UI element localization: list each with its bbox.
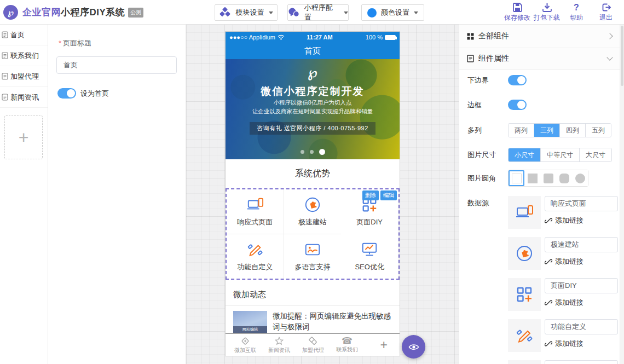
tab-weijia[interactable]: 微加互联 <box>229 336 262 354</box>
save-icon <box>512 2 523 13</box>
page-settings-panel: *页面标题 设为首页 <box>48 25 186 364</box>
sidebar-item-agency[interactable]: 加盟代理 <box>0 66 48 87</box>
prop-label: 多列 <box>467 125 508 135</box>
tab-agency[interactable]: 加盟代理 <box>297 336 330 354</box>
radius-option-0[interactable] <box>524 170 540 186</box>
border-row: 边框 <box>467 100 617 110</box>
module-settings-dropdown[interactable]: 模块设置 <box>215 4 278 21</box>
dropdown-label: 模块设置 <box>236 8 264 18</box>
color-settings-dropdown[interactable]: 颜色设置 <box>361 4 424 21</box>
preview-button[interactable] <box>402 335 425 359</box>
radius-option-none-selected[interactable] <box>509 170 524 186</box>
set-homepage-row: 设为首页 <box>57 88 109 99</box>
custom-func-icon <box>246 241 264 258</box>
add-link-label: 添加链接 <box>555 257 583 267</box>
add-link-button[interactable]: 添加链接 <box>545 216 618 226</box>
feature-label: 响应式页面 <box>237 217 273 227</box>
radius-option-small[interactable] <box>540 170 556 186</box>
radius-option-circle[interactable] <box>572 170 588 186</box>
prop-label: 边框 <box>467 100 508 110</box>
sidebar-item-contact[interactable]: 联系我们 <box>0 45 48 66</box>
add-link-button[interactable]: 添加链接 <box>545 257 618 267</box>
datasource-list: 添加链接 添加链接 <box>508 196 618 364</box>
scrollbar-track[interactable] <box>620 25 624 364</box>
datasource-fields <box>545 360 618 364</box>
banner-subtitle-1: 小程序以微信8亿用户为切入点 <box>226 99 400 107</box>
bottom-border-toggle[interactable] <box>508 75 527 85</box>
add-link-button[interactable]: 添加链接 <box>545 339 618 349</box>
add-link-button[interactable]: 添加链接 <box>545 298 618 308</box>
feature-cell[interactable]: 功能自定义 <box>227 234 284 279</box>
datasource-item: 添加链接 <box>508 196 618 229</box>
app-logo-icon: ℘ <box>3 5 18 20</box>
page-diy-icon <box>515 285 534 304</box>
brand: ℘ 企业官网小程序DIY系统 公测 <box>3 5 143 20</box>
tab-contact[interactable]: ☎ 联系我们 <box>331 336 363 354</box>
add-page-button[interactable]: + <box>4 115 43 159</box>
feature-cell[interactable]: SEO优化 <box>341 234 398 279</box>
feature-cell[interactable]: 极速建站 <box>284 189 342 234</box>
datasource-title-input[interactable] <box>545 237 618 252</box>
columns-option-3-selected[interactable]: 三列 <box>534 124 560 137</box>
link-icon <box>545 258 552 265</box>
dropdown-label: 颜色设置 <box>381 8 409 18</box>
radius-rounded-shape <box>544 174 553 183</box>
news-list-item[interactable]: 网站编辑 微加提醒：网页编辑应避免出现敏感词与极限词 <box>226 306 400 334</box>
feature-cell[interactable]: 响应式页面 <box>227 189 284 234</box>
tab-label: 微加互联 <box>234 346 256 354</box>
image-size-medium[interactable]: 中等尺寸 <box>541 148 580 161</box>
chevron-right-icon <box>606 33 613 39</box>
page-icon <box>2 73 8 80</box>
download-button[interactable]: 打包下载 <box>532 2 562 22</box>
columns-option-2[interactable]: 两列 <box>509 124 534 137</box>
tab-news[interactable]: 新闻资讯 <box>263 336 296 354</box>
component-properties-header[interactable]: 组件属性 <box>459 48 624 70</box>
image-size-large[interactable]: 大尺寸 <box>580 148 611 161</box>
feature-label: SEO优化 <box>355 262 384 272</box>
columns-option-5[interactable]: 五列 <box>586 124 611 137</box>
carousel-dot[interactable] <box>310 150 314 154</box>
radius-option-large[interactable] <box>556 170 572 186</box>
scrollbar-thumb[interactable] <box>621 26 623 86</box>
color-dot-icon <box>367 8 377 18</box>
datasource-title-input[interactable] <box>545 319 618 334</box>
datasource-fields: 添加链接 <box>545 278 618 311</box>
datasource-item: 添加链接 <box>508 278 618 311</box>
datasource-item: 添加链接 <box>508 319 618 352</box>
image-size-button-group: 小尺寸 中等尺寸 大尺寸 <box>508 148 612 162</box>
page-icon <box>2 31 8 38</box>
edit-component-button[interactable]: 编辑 <box>380 190 397 200</box>
columns-option-4[interactable]: 四列 <box>560 124 586 137</box>
page-title-input[interactable] <box>56 56 177 74</box>
miniprogram-config-dropdown[interactable]: 小程序配置 <box>287 4 349 21</box>
carousel-dot-active[interactable] <box>319 149 325 155</box>
datasource-title-input[interactable] <box>545 360 618 364</box>
custom-func-icon <box>515 326 534 345</box>
sidebar-item-news[interactable]: 新闻资讯 <box>0 87 48 108</box>
delete-component-button[interactable]: 删除 <box>362 190 379 200</box>
fast-build-icon <box>304 196 321 213</box>
banner-slide[interactable]: ℘ 微信小程序定制开发 小程序以微信8亿用户为切入点 让企业以及商家在短时间里实… <box>226 59 400 159</box>
radius-circle-shape <box>575 174 585 183</box>
sidebar-item-home[interactable]: 首页 <box>0 25 48 45</box>
datasource-title-input[interactable] <box>545 196 618 211</box>
set-homepage-toggle[interactable] <box>57 88 76 99</box>
feature-grid-component-selected[interactable]: 删除 编辑 响应式页面 极速建站 页面DIY 功能自定义 多语言支持 <box>226 188 400 280</box>
prop-label: 下边界 <box>467 76 508 85</box>
help-button[interactable]: ? 帮助 <box>562 2 591 22</box>
datasource-title-input[interactable] <box>545 278 618 293</box>
phone-preview: ●●●○○ Applidium 11:27 AM 100 % 首页 ℘ 微信小程… <box>225 31 400 356</box>
news-section-title: 微加动态 <box>226 280 400 306</box>
feature-cell[interactable]: 多语言支持 <box>284 234 342 279</box>
border-toggle[interactable] <box>508 100 527 110</box>
all-components-header[interactable]: 全部组件 <box>459 25 624 48</box>
component-properties-label: 组件属性 <box>478 54 509 63</box>
radius-rounder-shape <box>559 174 569 183</box>
carousel-dot[interactable] <box>301 150 304 154</box>
page-item-label: 首页 <box>10 30 25 40</box>
save-button[interactable]: 保存修改 <box>502 2 532 22</box>
page-icon <box>2 52 8 59</box>
tabbar-add-button[interactable]: + <box>380 338 388 353</box>
exit-button[interactable]: 退出 <box>591 2 621 22</box>
image-size-small-selected[interactable]: 小尺寸 <box>509 148 541 161</box>
